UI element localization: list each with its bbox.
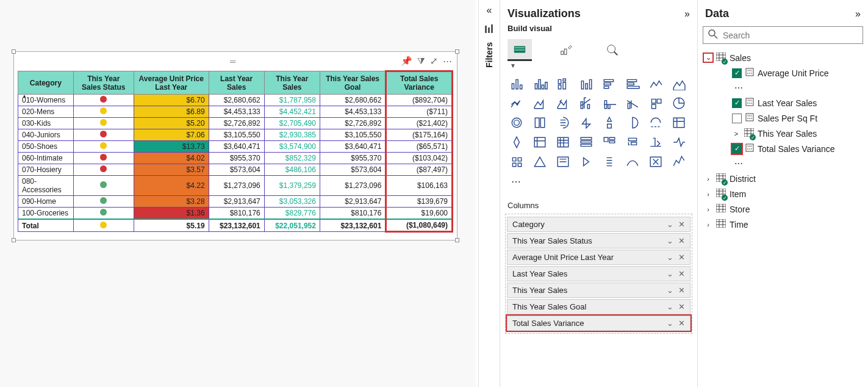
viz-type-icon[interactable] — [529, 114, 550, 131]
viz-type-icon[interactable] — [576, 134, 597, 151]
chevron-right-icon[interactable]: > — [732, 130, 741, 137]
chevron-right-icon[interactable]: › — [704, 190, 712, 198]
remove-field-icon[interactable]: ✕ — [678, 286, 685, 295]
data-search-box[interactable] — [703, 26, 863, 44]
chevron-down-icon[interactable]: ⌄ — [667, 253, 673, 262]
remove-field-icon[interactable]: ✕ — [678, 253, 685, 262]
drag-handle-icon[interactable]: ═ — [230, 57, 241, 62]
analytics-tab[interactable] — [600, 39, 625, 61]
column-field-pill[interactable]: Category⌄✕ — [507, 217, 690, 232]
tree-table[interactable]: ›Time — [703, 217, 863, 232]
tree-table[interactable]: ›Item — [703, 186, 863, 201]
remove-field-icon[interactable]: ✕ — [678, 236, 685, 245]
remove-field-icon[interactable]: ✕ — [678, 269, 685, 278]
viz-type-icon[interactable] — [669, 95, 689, 112]
column-field-pill[interactable]: This Year Sales⌄✕ — [507, 283, 690, 298]
viz-type-icon[interactable] — [622, 134, 643, 151]
table-row[interactable]: 090-Home$3.28$2,913,647$3,053,326$2,913,… — [18, 196, 453, 208]
column-field-pill[interactable]: Average Unit Price Last Year⌄✕ — [507, 250, 690, 265]
viz-type-icon[interactable] — [506, 114, 527, 131]
tree-field[interactable]: ✓Last Year Sales — [703, 95, 863, 110]
filters-icon[interactable] — [479, 24, 500, 36]
chevron-right-icon[interactable]: › — [704, 206, 712, 213]
table-row[interactable]: 030-Kids$5.20$2,726,892$2,705,490$2,726,… — [18, 118, 453, 129]
viz-type-icon[interactable] — [669, 153, 689, 170]
viz-type-icon[interactable] — [622, 114, 643, 131]
viz-type-icon[interactable] — [669, 134, 689, 151]
collapse-data-icon[interactable]: » — [855, 9, 861, 20]
chevron-right-icon[interactable]: › — [704, 175, 712, 183]
viz-type-icon[interactable] — [645, 75, 666, 92]
viz-type-icon[interactable] — [622, 75, 643, 92]
viz-type-icon[interactable] — [553, 114, 573, 131]
column-header[interactable]: This Year Sales Goal — [320, 71, 386, 95]
table-row[interactable]: 050-Shoes$13.73$3,640,471$3,574,900$3,64… — [18, 141, 453, 153]
remove-field-icon[interactable]: ✕ — [678, 220, 685, 229]
columns-field-well[interactable]: Category⌄✕This Year Sales Status⌄✕Averag… — [505, 214, 692, 334]
filter-icon[interactable]: ⧩ — [417, 56, 425, 67]
chevron-down-icon[interactable]: ⌄ — [667, 269, 673, 278]
viz-type-icon[interactable] — [599, 134, 620, 151]
viz-type-icon[interactable] — [576, 75, 597, 92]
chevron-right-icon[interactable]: › — [704, 221, 712, 228]
column-field-pill[interactable]: This Year Sales Goal⌄✕ — [507, 299, 690, 314]
table-row[interactable]: 060-Intimate$4.02$955,370$852,329$955,37… — [18, 153, 453, 164]
viz-type-icon[interactable] — [669, 75, 689, 92]
viz-type-icon[interactable] — [599, 153, 620, 170]
viz-more-icon[interactable]: ⋯ — [506, 173, 527, 190]
chevron-down-icon[interactable]: ⌄ — [667, 286, 673, 295]
viz-type-icon[interactable] — [622, 153, 643, 170]
column-header[interactable]: Average Unit Price Last Year — [134, 71, 209, 95]
search-input[interactable] — [723, 31, 858, 40]
tree-table[interactable]: ›Store — [703, 201, 863, 217]
column-field-pill[interactable]: Last Year Sales⌄✕ — [507, 266, 690, 281]
chevron-down-icon[interactable]: ⌄ — [667, 236, 673, 245]
tree-field[interactable]: ✓Average Unit Price — [703, 65, 863, 81]
viz-type-icon[interactable] — [669, 114, 689, 131]
checkbox-checked[interactable]: ✓ — [732, 68, 742, 78]
report-canvas[interactable]: ═ 📌 ⧩ ⤢ ⋯ CategoryThis Year Sales Status… — [0, 0, 476, 387]
column-field-pill[interactable]: This Year Sales Status⌄✕ — [507, 233, 690, 248]
viz-type-icon[interactable] — [529, 75, 550, 92]
pin-icon[interactable]: 📌 — [401, 56, 412, 67]
viz-type-icon[interactable] — [599, 95, 620, 112]
viz-type-icon[interactable] — [506, 75, 527, 92]
checkbox-checked[interactable]: ✓ — [732, 98, 742, 108]
build-visual-tab[interactable] — [508, 39, 532, 61]
checkbox-unchecked[interactable] — [732, 114, 742, 123]
viz-type-icon[interactable] — [645, 134, 666, 151]
viz-type-icon[interactable] — [645, 95, 666, 112]
viz-type-icon[interactable] — [645, 114, 666, 131]
viz-type-icon[interactable] — [529, 95, 550, 112]
column-header[interactable]: This Year Sales Status — [73, 71, 134, 95]
table-row[interactable]: 070-Hosiery$3.57$573,604$486,106$573,604… — [18, 164, 453, 176]
viz-type-icon[interactable] — [529, 153, 550, 170]
table-row[interactable]: 040-Juniors$7.06$3,105,550$2,930,385$3,1… — [18, 129, 453, 141]
viz-type-icon[interactable] — [645, 153, 666, 170]
column-field-pill[interactable]: Total Sales Variance⌄✕ — [507, 316, 690, 331]
table-visual-frame[interactable]: ═ 📌 ⧩ ⤢ ⋯ CategoryThis Year Sales Status… — [13, 51, 457, 241]
tree-more[interactable]: ⋯ — [703, 156, 863, 171]
viz-type-icon[interactable] — [506, 95, 527, 112]
viz-type-icon[interactable] — [576, 95, 597, 112]
table-row[interactable]: 020-Mens$6.89$4,453,133$4,452,421$4,453,… — [18, 106, 453, 118]
focus-icon[interactable]: ⤢ — [430, 56, 438, 67]
tree-field[interactable]: Sales Per Sq Ft — [703, 110, 863, 126]
collapse-viz-icon[interactable]: » — [684, 9, 690, 20]
column-header[interactable]: Category — [18, 71, 74, 95]
viz-type-icon[interactable] — [553, 75, 573, 92]
table-row[interactable]: 100-Groceries$1.36$810,176$829,776$810,1… — [18, 208, 453, 220]
tree-field[interactable]: >This Year Sales — [703, 126, 863, 141]
tree-table-sales[interactable]: ⌄Sales — [703, 50, 863, 65]
viz-type-icon[interactable] — [576, 153, 597, 170]
column-header[interactable]: Total Sales Variance — [386, 71, 453, 95]
viz-type-icon[interactable] — [553, 153, 573, 170]
format-visual-tab[interactable] — [554, 39, 578, 61]
tree-more[interactable]: ⋯ — [703, 81, 863, 95]
remove-field-icon[interactable]: ✕ — [678, 319, 685, 328]
column-header[interactable]: This Year Sales — [264, 71, 320, 95]
viz-type-icon[interactable] — [553, 95, 573, 112]
tree-table[interactable]: ›District — [703, 171, 863, 186]
viz-type-icon[interactable] — [599, 114, 620, 131]
more-icon[interactable]: ⋯ — [443, 56, 452, 67]
